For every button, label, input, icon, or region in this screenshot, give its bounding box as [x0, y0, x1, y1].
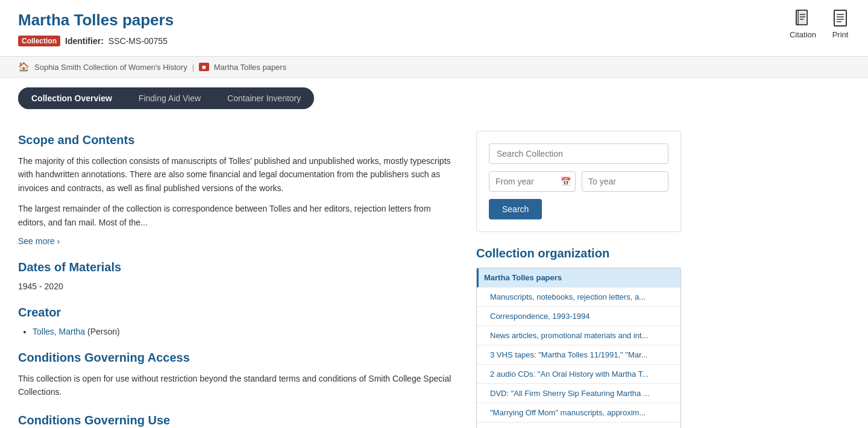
collection-org-section: Collection organization Martha Tolles pa…	[476, 247, 681, 428]
tab-finding-aid-view[interactable]: Finding Aid View	[125, 87, 214, 109]
dates-value: 1945 - 2020	[18, 282, 458, 291]
tab-bar-container: Collection Overview Finding Aid View Con…	[0, 78, 868, 119]
org-item-dvd[interactable]: DVD: "All Firm Sherry Sip Featuring Mart…	[477, 384, 681, 403]
main-content: Scope and Contents The majority of this …	[18, 119, 476, 428]
svg-rect-5	[834, 10, 846, 26]
org-list: Martha Tolles papers Manuscripts, notebo…	[476, 268, 681, 428]
org-item-manuscripts[interactable]: Manuscripts, notebooks, rejection letter…	[477, 288, 681, 307]
org-item-correspondence[interactable]: Correspondence, 1993-1994	[477, 307, 681, 326]
identifier-label: Identifier:	[65, 36, 104, 46]
scope-section: Scope and Contents The majority of this …	[18, 133, 458, 246]
org-item-news-articles[interactable]: News articles, promotional materials and…	[477, 326, 681, 345]
org-item-audio-cds[interactable]: 2 audio CDs: "An Oral History with Marth…	[477, 365, 681, 384]
creator-link[interactable]: Tolles, Martha	[33, 327, 85, 336]
org-item-vhs-tapes[interactable]: 3 VHS tapes: "Martha Tolles 11/1991," "M…	[477, 345, 681, 365]
breadcrumb-home-icon: 🏠	[18, 61, 30, 72]
scope-paragraph-1: The majority of this collection consists…	[18, 154, 458, 195]
conditions-use-section: Conditions Governing Use To the extent t…	[18, 414, 458, 428]
breadcrumb: 🏠 Sophia Smith Collection of Women's His…	[0, 57, 868, 78]
org-item-katie-books[interactable]: "Katie" books: notes, manuscripts, contr…	[477, 423, 681, 428]
search-box: 📅 Search	[476, 131, 681, 232]
header-actions: Citation Print	[790, 8, 850, 39]
collection-org-heading: Collection organization	[476, 247, 681, 260]
search-input[interactable]	[489, 143, 668, 164]
page-header: Martha Tolles papers Collection Identifi…	[0, 0, 868, 57]
dates-heading: Dates of Materials	[18, 260, 458, 274]
breadcrumb-current: Martha Tolles papers	[214, 63, 286, 72]
scope-heading: Scope and Contents	[18, 133, 458, 147]
conditions-use-heading: Conditions Governing Use	[18, 414, 458, 427]
sidebar: 📅 Search Collection organization Martha …	[476, 119, 681, 428]
print-icon	[831, 8, 850, 28]
conditions-access-text: This collection is open for use without …	[18, 372, 458, 399]
creator-heading: Creator	[18, 306, 458, 319]
tab-collection-overview[interactable]: Collection Overview	[18, 87, 125, 109]
see-more-link[interactable]: See more ›	[18, 236, 60, 246]
print-label: Print	[832, 30, 849, 39]
breadcrumb-separator: |	[192, 63, 194, 72]
org-item-marrying-off-mom[interactable]: "Marrying Off Mom" manuscripts, approxim…	[477, 403, 681, 423]
creator-list: Tolles, Martha (Person)	[33, 327, 458, 336]
to-year-input[interactable]	[582, 171, 668, 192]
year-inputs: 📅	[489, 171, 668, 192]
tab-container-inventory[interactable]: Container Inventory	[214, 87, 314, 109]
breadcrumb-home-link[interactable]: Sophia Smith Collection of Women's Histo…	[34, 63, 187, 72]
citation-icon	[793, 8, 813, 28]
calendar-icon: 📅	[561, 177, 571, 186]
tab-bar: Collection Overview Finding Aid View Con…	[18, 87, 314, 109]
print-button[interactable]: Print	[831, 8, 850, 39]
citation-button[interactable]: Citation	[790, 8, 816, 39]
main-layout: Scope and Contents The majority of this …	[0, 119, 868, 428]
conditions-access-section: Conditions Governing Access This collect…	[18, 351, 458, 399]
from-year-wrap: 📅	[489, 171, 576, 192]
scope-paragraph-2: The largest remainder of the collection …	[18, 202, 458, 229]
breadcrumb-badge: ■	[199, 63, 209, 71]
search-button[interactable]: Search	[489, 199, 542, 219]
citation-label: Citation	[790, 30, 816, 39]
collection-badge: Collection	[18, 36, 60, 46]
page-title: Martha Tolles papers	[18, 11, 850, 30]
creator-section: Creator Tolles, Martha (Person)	[18, 306, 458, 336]
org-item-martha-tolles[interactable]: Martha Tolles papers	[477, 268, 681, 288]
svg-rect-1	[798, 10, 807, 25]
dates-section: Dates of Materials 1945 - 2020	[18, 260, 458, 291]
creator-type: (Person)	[87, 327, 120, 336]
list-item: Tolles, Martha (Person)	[33, 327, 458, 336]
conditions-access-heading: Conditions Governing Access	[18, 351, 458, 365]
to-year-wrap	[582, 171, 668, 192]
identifier-value: SSC-MS-00755	[108, 36, 168, 46]
